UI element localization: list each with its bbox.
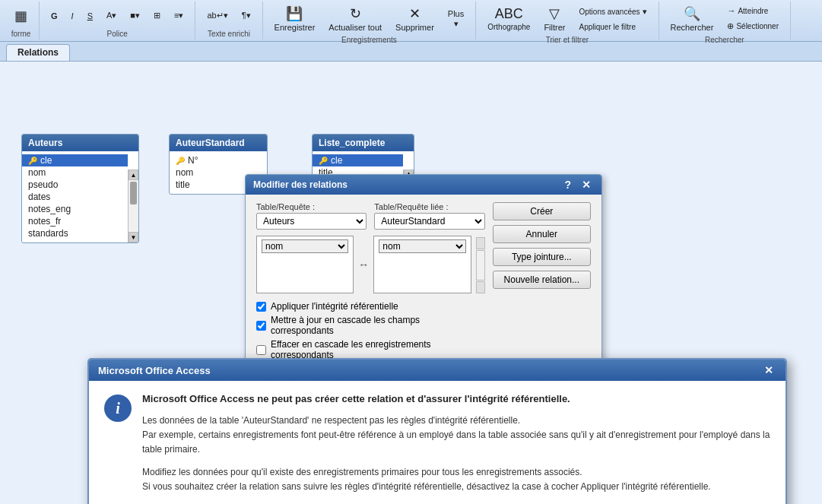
table-row[interactable]: nom: [22, 166, 128, 179]
ribbon-btn-appliquer[interactable]: Appliquer le filtre: [573, 21, 652, 33]
table-row[interactable]: pseudo: [22, 179, 128, 191]
field-left-select[interactable]: nom: [262, 239, 348, 253]
field-right-item: nom: [376, 238, 468, 255]
nouvelle-relation-button[interactable]: Nouvelle relation...: [493, 271, 591, 289]
ribbon-group-rechercher-label: Rechercher: [705, 34, 744, 44]
ribbon-group-texte-label: Texte enrichi: [208, 28, 250, 38]
main-area: Auteurs 🔑 cle nom pseudo dates notes_eng…: [0, 62, 822, 504]
table-listecomplete-header: Liste_complete: [313, 135, 414, 151]
tab-bar: Relations: [0, 42, 822, 62]
ribbon-btn-S[interactable]: S: [82, 9, 98, 23]
ribbon-group-police-label: Police: [107, 28, 128, 38]
auteurs-scrollbar[interactable]: ▲ ▼: [128, 170, 138, 242]
ribbon-group-forme-label: forme: [11, 28, 31, 38]
table-row[interactable]: 🔑 cle: [313, 154, 403, 166]
table-auteurs-body: 🔑 cle nom pseudo dates notes_eng notes_f…: [22, 151, 138, 242]
table-label: Table/Requête :: [256, 202, 367, 211]
ribbon-group-enreg-label: Enregistrements: [341, 34, 397, 44]
rel-dialog-buttons: Créer Annuler Type jointure... Nouvelle …: [493, 202, 591, 384]
ribbon-btn-A[interactable]: A▾: [101, 8, 122, 23]
scroll-down-fields[interactable]: [476, 281, 485, 293]
checkbox-maj-row: Mettre à jour en cascade les champs corr…: [256, 315, 485, 336]
type-jointure-button[interactable]: Type jointure...: [493, 248, 591, 266]
msg-text-block: Microsoft Office Access ne peut pas crée…: [142, 393, 770, 502]
rel-dialog-titlebar: Modifier des relations ? ✕: [246, 175, 601, 195]
field-right-select[interactable]: nom: [379, 239, 465, 253]
ribbon-btn-selectionner[interactable]: ⊕ Sélectionner: [722, 19, 784, 33]
ribbon-btn-grid[interactable]: ⊞: [148, 8, 166, 23]
key-icon: 🔑: [28, 157, 37, 165]
table-select[interactable]: Auteurs: [256, 213, 367, 230]
ribbon-btn-lines[interactable]: ≡▾: [169, 8, 189, 23]
ribbon-group-trier-label: Trier et filtrer: [546, 34, 589, 44]
table-auteurs: Auteurs 🔑 cle nom pseudo dates notes_eng…: [21, 134, 139, 243]
table-row[interactable]: 🔑 N°: [170, 154, 267, 166]
table-auteurstandard-header: AuteurStandard: [170, 135, 267, 151]
checkbox-integrite-row: Appliquer l'intégrité référentielle: [256, 301, 485, 312]
table-row[interactable]: dates: [22, 191, 128, 203]
checkbox-integrite[interactable]: [256, 302, 266, 312]
table-row[interactable]: notes_eng: [22, 203, 128, 215]
ribbon-btn-rechercher[interactable]: 🔍Rechercher: [665, 3, 719, 34]
field-left-item: nom: [259, 238, 351, 255]
msg-info-row: i Microsoft Office Access ne peut pas cr…: [104, 393, 770, 502]
rel-dialog-close[interactable]: ✕: [579, 179, 594, 191]
ribbon-btn-plus[interactable]: Plus▾: [443, 7, 469, 31]
msg-dialog: Microsoft Office Access ✕ i Microsoft Of…: [87, 358, 787, 504]
key-icon: 🔑: [319, 157, 328, 165]
ribbon-btn-atteindre[interactable]: → Atteindre: [722, 4, 784, 17]
ribbon-btn-I[interactable]: I: [66, 9, 79, 23]
tab-relations[interactable]: Relations: [6, 44, 70, 61]
annuler-button[interactable]: Annuler: [493, 225, 591, 243]
checkbox-maj[interactable]: [256, 321, 266, 331]
ribbon-btn-options[interactable]: Options avancées▾: [573, 5, 652, 19]
ribbon-btn-enregistrer[interactable]: 💾Enregistrer: [269, 3, 321, 34]
ribbon: ▦ forme G I S A▾ ■▾ ⊞ ≡▾ Police ab↵▾ ¶▾ …: [0, 0, 822, 42]
checkbox-effacer-row: Effacer en cascade les enregistrements c…: [256, 339, 485, 360]
table-row[interactable]: standards: [22, 227, 128, 239]
table-row[interactable]: notes_fr: [22, 215, 128, 227]
ribbon-btn-para[interactable]: ¶▾: [236, 8, 256, 23]
msg-main-text: Microsoft Office Access ne peut pas crée…: [142, 393, 770, 404]
rel-table-selectors: Table/Requête : Auteurs Table/Requête li…: [256, 202, 485, 230]
creer-button[interactable]: Créer: [493, 202, 591, 220]
ribbon-btn-supprimer[interactable]: ✕Supprimer: [390, 3, 440, 34]
msg-dialog-close[interactable]: ✕: [761, 364, 776, 376]
key-icon: 🔑: [176, 157, 185, 165]
checkbox-effacer[interactable]: [256, 345, 266, 355]
msg-detail-2: Modifiez les données pour qu'il existe d…: [142, 465, 770, 494]
table-row[interactable]: 🔑 cle: [22, 154, 128, 166]
rel-dialog-help[interactable]: ?: [561, 179, 574, 191]
table-auteurs-header: Auteurs: [22, 135, 138, 151]
msg-dialog-titlebar: Microsoft Office Access ✕: [89, 360, 786, 381]
ribbon-btn-forme[interactable]: ▦: [9, 5, 33, 27]
ribbon-btn-align[interactable]: ab↵▾: [202, 8, 233, 23]
ribbon-btn-actualiser[interactable]: ↻Actualiser tout: [323, 3, 387, 34]
rel-fields-area: nom ↔ nom: [256, 236, 485, 293]
ribbon-btn-ortho[interactable]: ABCOrthographe: [482, 4, 535, 33]
table-linked-select[interactable]: AuteurStandard: [374, 213, 484, 230]
table-linked-label: Table/Requête liée :: [374, 202, 484, 211]
info-icon: i: [104, 395, 132, 422]
scroll-up-fields[interactable]: [476, 237, 485, 249]
ribbon-btn-filtrer[interactable]: ▽Filtrer: [538, 3, 570, 34]
ribbon-btn-highlight[interactable]: ■▾: [125, 8, 145, 23]
msg-detail-1: Les données de la table 'AuteurStandard'…: [142, 414, 770, 458]
scroll-track-fields: [476, 250, 485, 281]
msg-dialog-body: i Microsoft Office Access ne peut pas cr…: [89, 381, 786, 504]
ribbon-btn-G[interactable]: G: [46, 9, 63, 23]
arrow-icon: ↔: [358, 236, 369, 293]
